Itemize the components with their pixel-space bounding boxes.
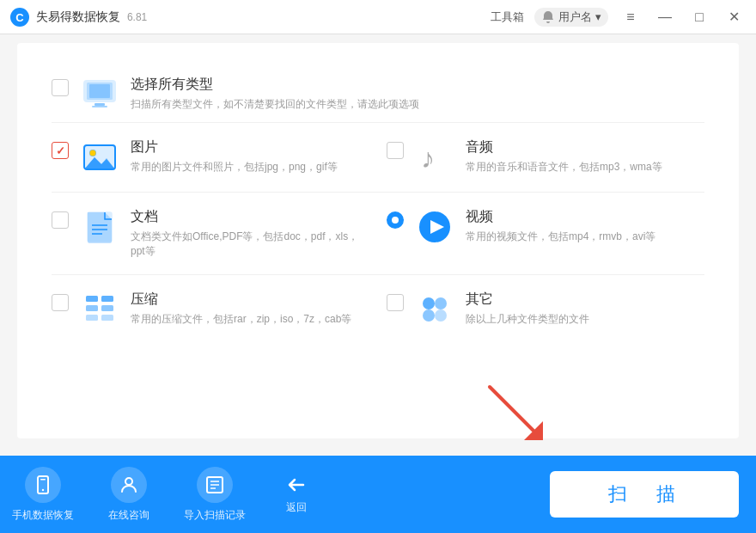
svg-rect-22 [86,315,98,321]
category-image-text: 图片 常用的图片文件和照片，包括jpg，png，gif等 [131,138,369,175]
svg-rect-25 [101,315,113,321]
svg-line-30 [490,387,537,434]
svg-rect-5 [92,106,107,107]
category-audio[interactable]: ♪ 音频 常用的音乐和语音文件，包括mp3，wma等 [378,123,713,192]
app-title: 失易得数据恢复 6.81 [36,9,147,25]
svg-rect-24 [101,305,113,311]
icon-doc [81,208,119,246]
category-video-name: 视频 [466,208,704,226]
category-compress-text: 压缩 常用的压缩文件，包括rar，zip，iso，7z，cab等 [131,291,369,327]
icon-compress [81,291,119,328]
category-other-name: 其它 [466,291,704,309]
category-grid: 选择所有类型 扫描所有类型文件，如不清楚要找回的文件类型，请选此项选项 图片 [43,60,713,344]
svg-point-27 [435,297,447,309]
checkbox-audio[interactable] [387,142,404,159]
icon-image [81,138,119,176]
scan-button[interactable]: 扫 描 [550,471,739,518]
icon-computer [81,76,119,113]
svg-rect-4 [94,103,105,106]
checkbox-video[interactable] [387,211,404,229]
titlebar-controls: 工具箱 用户名 ▾ ≡ — □ ✕ [491,5,746,29]
category-video-desc: 常用的视频文件，包括mp4，rmvb，avi等 [466,230,704,244]
category-all[interactable]: 选择所有类型 扫描所有类型文件，如不清楚要找回的文件类型，请选此项选项 [43,60,713,122]
icon-audio: ♪ [416,138,454,176]
menu-button[interactable]: ≡ [619,5,643,29]
bell-icon [541,10,555,24]
category-video-text: 视频 常用的视频文件，包括mp4，rmvb，avi等 [466,208,704,244]
svg-text:♪: ♪ [421,143,435,174]
svg-point-35 [125,478,132,485]
bottom-bar: 手机数据恢复 在线咨询 导入扫描记录 返回 扫 描 [0,456,756,533]
svg-text:C: C [15,11,24,24]
category-doc-name: 文档 [131,208,369,226]
main-content: 选择所有类型 扫描所有类型文件，如不清楚要找回的文件类型，请选此项选项 图片 [17,43,739,438]
checkbox-other[interactable] [387,294,404,311]
svg-point-33 [42,488,44,490]
category-other-desc: 除以上几种文件类型的文件 [466,312,704,327]
user-info[interactable]: 用户名 ▾ [534,8,608,27]
category-audio-text: 音频 常用的音乐和语音文件，包括mp3，wma等 [466,138,704,175]
back-button[interactable]: 返回 [258,456,326,533]
nav-mobile-label: 手机数据恢复 [12,508,74,523]
category-all-text: 选择所有类型 扫描所有类型文件，如不清楚要找回的文件类型，请选此项选项 [131,76,704,112]
category-compress-desc: 常用的压缩文件，包括rar，zip，iso，7z，cab等 [131,312,369,327]
category-other-text: 其它 除以上几种文件类型的文件 [466,291,704,327]
username: 用户名 [558,9,592,25]
minimize-button[interactable]: — [653,5,677,29]
checkbox-all[interactable] [52,79,69,96]
category-image-desc: 常用的图片文件和照片，包括jpg，png，gif等 [131,160,369,175]
svg-rect-21 [86,305,98,311]
nav-consult[interactable]: 在线咨询 [86,456,172,533]
app-logo: C [10,8,29,27]
category-all-name: 选择所有类型 [131,76,704,94]
category-other[interactable]: 其它 除以上几种文件类型的文件 [378,275,713,344]
arrow-indicator [481,378,550,450]
close-button[interactable]: ✕ [722,5,746,29]
category-image-name: 图片 [131,138,369,156]
category-doc[interactable]: 文档 文档类文件如Office,PDF等，包括doc，pdf，xls，ppt等 [43,193,378,274]
import-icon [197,467,233,503]
nav-mobile[interactable]: 手机数据恢复 [0,456,86,533]
icon-other [416,291,454,328]
category-image[interactable]: 图片 常用的图片文件和照片，包括jpg，png，gif等 [43,123,378,192]
mobile-icon [25,467,61,503]
consult-icon [111,467,147,503]
category-video[interactable]: 视频 常用的视频文件，包括mp4，rmvb，avi等 [378,193,713,274]
nav-import[interactable]: 导入扫描记录 [172,456,258,533]
category-doc-text: 文档 文档类文件如Office,PDF等，包括doc，pdf，xls，ppt等 [131,208,369,259]
category-all-desc: 扫描所有类型文件，如不清楚要找回的文件类型，请选此项选项 [131,97,704,112]
nav-import-label: 导入扫描记录 [184,508,246,523]
maximize-button[interactable]: □ [687,5,711,29]
checkbox-compress[interactable] [52,294,69,311]
icon-video [416,208,454,246]
back-icon [286,475,307,495]
svg-point-11 [90,150,96,156]
svg-rect-34 [40,479,46,481]
category-compress[interactable]: 压缩 常用的压缩文件，包括rar，zip，iso，7z，cab等 [43,275,378,344]
category-doc-desc: 文档类文件如Office,PDF等，包括doc，pdf，xls，ppt等 [131,230,369,259]
tools-label[interactable]: 工具箱 [491,9,524,25]
svg-point-26 [423,297,435,309]
svg-rect-20 [86,296,98,302]
nav-consult-label: 在线咨询 [108,508,149,523]
back-label: 返回 [286,500,307,515]
checkbox-doc[interactable] [52,211,69,229]
category-compress-name: 压缩 [131,291,369,309]
checkbox-image[interactable] [52,142,69,159]
svg-point-29 [435,309,447,322]
category-audio-desc: 常用的音乐和语音文件，包括mp3，wma等 [466,160,704,175]
svg-rect-23 [101,296,113,302]
svg-point-28 [423,309,435,322]
titlebar: C 失易得数据恢复 6.81 工具箱 用户名 ▾ ≡ — □ ✕ [0,0,756,34]
category-audio-name: 音频 [466,138,704,156]
svg-rect-6 [87,83,113,100]
